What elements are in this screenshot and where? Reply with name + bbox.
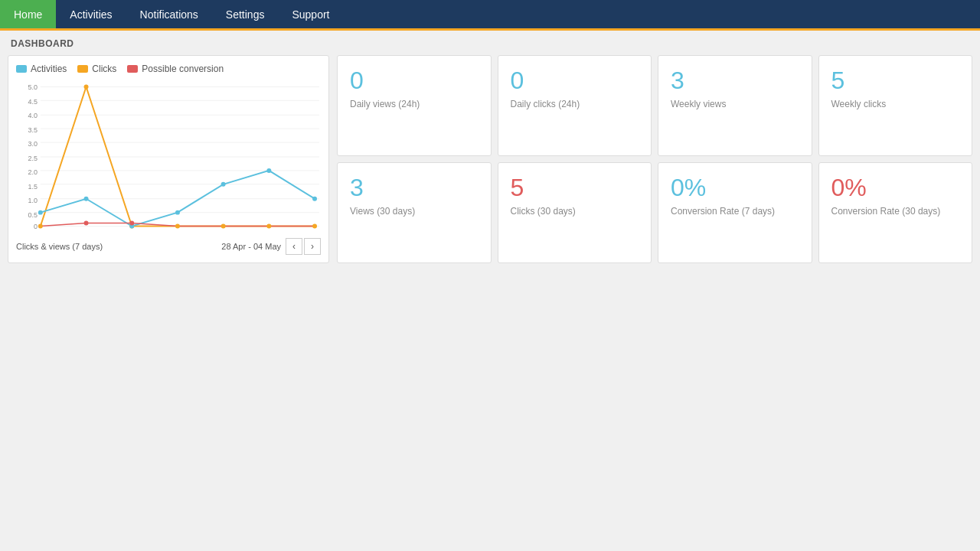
stat-daily-views-label: Daily views (24h) [350,99,479,109]
stat-views-30-label: Views (30 days) [350,206,479,217]
nav-settings[interactable]: Settings [212,0,279,28]
stat-views-30: 3 Views (30 days) [337,162,492,263]
stat-weekly-clicks-label: Weekly clicks [831,99,960,109]
svg-point-23 [84,84,89,89]
chart-legend: Activities Clicks Possible conversion [16,64,321,74]
stat-clicks-30: 5 Clicks (30 days) [498,162,652,263]
svg-point-22 [38,224,43,229]
svg-point-27 [266,224,271,229]
chart-footer: Clicks & views (7 days) 28 Apr - 04 May … [16,238,321,255]
legend-conversion: Possible conversion [127,64,224,74]
stat-daily-clicks: 0 Daily clicks (24h) [498,55,652,156]
stat-conversion-7: 0% Conversion Rate (7 days) [658,162,812,263]
svg-point-36 [84,221,89,226]
svg-text:4.0: 4.0 [28,112,37,119]
svg-point-26 [221,224,226,229]
stat-daily-views-value: 0 [350,68,479,93]
legend-activities: Activities [16,64,67,74]
svg-point-33 [221,182,226,187]
stat-daily-clicks-label: Daily clicks (24h) [511,99,639,109]
stat-views-30-value: 3 [350,175,479,200]
svg-point-29 [38,210,43,215]
stat-clicks-30-value: 5 [511,175,639,200]
chart-prev-button[interactable]: ‹ [286,238,302,255]
svg-point-28 [312,224,317,229]
svg-point-25 [175,224,180,229]
stat-conversion-30: 0% Conversion Rate (30 days) [818,162,973,263]
svg-text:0: 0 [34,223,38,230]
chart-nav-buttons: ‹ › [286,238,321,255]
chart-card: Activities Clicks Possible conversion 5.… [8,55,329,263]
stat-weekly-views: 3 Weekly views [658,55,812,156]
page-title: DASHBOARD [0,31,980,55]
svg-text:3.5: 3.5 [28,126,37,134]
svg-text:3.0: 3.0 [28,140,37,148]
svg-text:2.5: 2.5 [28,155,37,162]
stat-weekly-views-label: Weekly views [671,99,799,109]
stat-daily-views: 0 Daily views (24h) [337,55,492,156]
stat-conversion-30-value: 0% [831,175,960,200]
svg-point-37 [129,221,134,226]
chart-next-button[interactable]: › [304,238,321,255]
svg-text:5.0: 5.0 [28,83,37,91]
nav-home[interactable]: Home [0,0,56,28]
stat-weekly-clicks: 5 Weekly clicks [818,55,973,156]
svg-point-32 [175,210,180,215]
svg-point-34 [266,168,271,173]
chart-svg: 5.0 4.5 4.0 3.5 3.0 2.5 2.0 1.5 1.0 0.5 … [16,79,321,232]
stat-clicks-30-label: Clicks (30 days) [511,206,639,217]
svg-text:1.5: 1.5 [28,183,37,191]
legend-activities-label: Activities [31,64,67,74]
navbar: Home Activities Notifications Settings S… [0,0,980,31]
stat-weekly-clicks-value: 5 [831,68,960,93]
nav-notifications[interactable]: Notifications [126,0,212,28]
stat-conversion-7-label: Conversion Rate (7 days) [671,206,799,217]
nav-support[interactable]: Support [278,0,343,28]
legend-conversion-color [127,65,138,73]
svg-text:4.5: 4.5 [28,98,37,106]
svg-text:2.0: 2.0 [28,168,37,176]
nav-activities[interactable]: Activities [56,0,126,28]
svg-text:0.5: 0.5 [28,211,37,219]
stat-daily-clicks-value: 0 [511,68,639,93]
svg-point-35 [312,197,317,201]
legend-clicks: Clicks [77,64,116,74]
legend-clicks-color [77,65,88,73]
chart-area: 5.0 4.5 4.0 3.5 3.0 2.5 2.0 1.5 1.0 0.5 … [16,79,321,235]
stats-grid: 0 Daily views (24h) 0 Daily clicks (24h)… [337,55,972,263]
legend-conversion-label: Possible conversion [142,64,224,74]
legend-activities-color [16,65,27,73]
chart-footer-label: Clicks & views (7 days) [16,242,103,251]
stat-weekly-views-value: 3 [671,68,799,93]
main-content: Activities Clicks Possible conversion 5.… [0,55,980,271]
legend-clicks-label: Clicks [92,64,116,74]
chart-date-range: 28 Apr - 04 May [221,242,281,251]
svg-text:1.0: 1.0 [28,197,37,204]
stat-conversion-30-label: Conversion Rate (30 days) [831,206,960,217]
stat-conversion-7-value: 0% [671,175,799,200]
svg-point-30 [84,197,89,201]
